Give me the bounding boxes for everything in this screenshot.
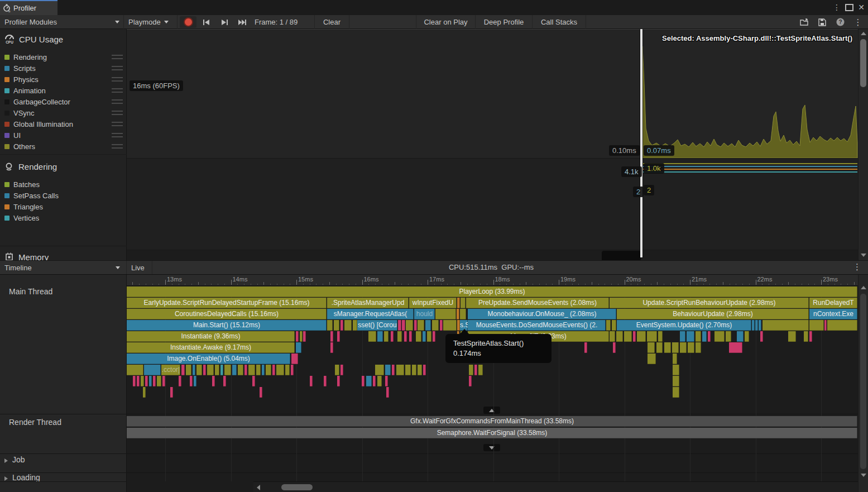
flame-bar[interactable] bbox=[647, 331, 657, 342]
flame-bar[interactable] bbox=[584, 342, 587, 353]
flame-bar[interactable] bbox=[220, 365, 223, 375]
flame-bar[interactable] bbox=[427, 331, 431, 342]
flame-bar[interactable] bbox=[330, 342, 333, 353]
flame-bar[interactable]: RunDelayedT bbox=[809, 298, 857, 308]
scrollbar-thumb[interactable] bbox=[860, 39, 866, 87]
flame-bar[interactable] bbox=[656, 342, 663, 353]
flame-bar[interactable] bbox=[181, 365, 185, 375]
save-profile-button[interactable] bbox=[815, 16, 829, 28]
flame-bar[interactable]: nContext.Exe bbox=[809, 309, 857, 319]
flame-bar[interactable] bbox=[291, 365, 294, 375]
legend-item-vertices[interactable]: Vertices bbox=[4, 212, 123, 223]
flame-bar[interactable] bbox=[673, 376, 679, 386]
time-ruler[interactable]: 13ms14ms15ms16ms17ms18ms19ms20ms21ms22ms… bbox=[127, 275, 858, 286]
module-header-render[interactable]: Rendering bbox=[4, 160, 57, 173]
tab-profiler[interactable]: q Profiler bbox=[0, 0, 57, 15]
flame-bar[interactable] bbox=[244, 365, 247, 375]
timeline-menu-icon[interactable]: ⋮ bbox=[853, 262, 861, 272]
flame-bar[interactable] bbox=[391, 331, 394, 342]
legend-item-vsync[interactable]: VSync bbox=[4, 107, 123, 118]
flame-bar[interactable] bbox=[385, 365, 391, 375]
scroll-up-icon[interactable] bbox=[861, 286, 866, 289]
legend-item-others[interactable]: Others bbox=[4, 141, 123, 152]
view-mode-dropdown[interactable]: Timeline bbox=[0, 261, 127, 274]
flame-bar[interactable] bbox=[418, 365, 422, 375]
flame-bar[interactable] bbox=[673, 354, 677, 364]
maximize-icon[interactable] bbox=[844, 2, 854, 12]
flame-bar[interactable] bbox=[384, 331, 389, 342]
flame-bar[interactable] bbox=[702, 331, 707, 342]
flame-bar[interactable] bbox=[223, 376, 226, 386]
flame-bar[interactable] bbox=[469, 365, 473, 375]
flame-bar[interactable] bbox=[215, 365, 219, 375]
flame-bar[interactable] bbox=[366, 376, 372, 386]
flame-bar[interactable] bbox=[827, 320, 857, 331]
record-button[interactable] bbox=[180, 16, 196, 28]
flame-bar[interactable] bbox=[460, 309, 466, 319]
flame-bar[interactable] bbox=[260, 387, 262, 398]
flame-bar[interactable] bbox=[824, 320, 827, 331]
legend-item-physics[interactable]: Physics bbox=[4, 74, 123, 85]
drag-handle-icon[interactable] bbox=[112, 88, 123, 93]
flame-bar[interactable] bbox=[396, 365, 404, 375]
flame-bar[interactable] bbox=[377, 331, 383, 342]
flame-bar[interactable] bbox=[726, 331, 731, 342]
flame-bar[interactable]: Instantiate (9.36ms) bbox=[127, 331, 295, 342]
flame-bar[interactable] bbox=[386, 387, 389, 398]
flame-bar[interactable] bbox=[612, 320, 616, 331]
flame-bar[interactable] bbox=[648, 342, 655, 353]
memory-chart-strip[interactable] bbox=[127, 250, 858, 260]
flame-bar[interactable] bbox=[392, 365, 395, 375]
flame-bar[interactable] bbox=[334, 320, 339, 331]
legend-item-scripts[interactable]: Scripts bbox=[4, 63, 123, 74]
flame-bar[interactable]: sset() [Corou bbox=[357, 320, 397, 331]
flame-bar[interactable] bbox=[729, 342, 742, 353]
flame-bar[interactable] bbox=[745, 331, 749, 342]
collapse-up-button[interactable] bbox=[483, 407, 500, 414]
flame-bar[interactable]: sManager.RequestAtlas( bbox=[327, 309, 414, 319]
legend-item-animation[interactable]: Animation bbox=[4, 85, 123, 96]
flame-bar[interactable] bbox=[186, 365, 191, 375]
flame-bar[interactable]: Image.OnEnable() (5.04ms) bbox=[127, 354, 290, 364]
flame-bar[interactable] bbox=[409, 331, 412, 342]
toolbar-menu-icon[interactable]: ⋮ bbox=[851, 16, 865, 28]
flame-bar[interactable] bbox=[402, 320, 405, 331]
chart-area[interactable]: 16ms (60FPS) Selected: Assembly-CSharp.d… bbox=[127, 29, 858, 260]
flame-bar[interactable] bbox=[353, 320, 357, 331]
flame-bar[interactable] bbox=[310, 376, 313, 386]
flame-bar[interactable] bbox=[196, 365, 202, 375]
selected-frame-line[interactable] bbox=[640, 29, 642, 257]
flame-bar[interactable] bbox=[606, 320, 611, 331]
job-thread-label[interactable]: Job bbox=[12, 455, 25, 464]
flame-bar[interactable] bbox=[143, 387, 146, 398]
flame-bar[interactable]: Instantiate.Awake (9.17ms) bbox=[127, 342, 295, 353]
flame-bar[interactable] bbox=[272, 365, 275, 375]
flame-bar[interactable] bbox=[425, 320, 431, 331]
scrollbar-thumb[interactable] bbox=[281, 484, 313, 490]
job-expand-icon[interactable] bbox=[4, 458, 8, 463]
flame-bar[interactable] bbox=[248, 365, 255, 375]
help-button[interactable]: ? bbox=[833, 16, 847, 28]
cpu-usage-chart[interactable]: 16ms (60FPS) Selected: Assembly-CSharp.d… bbox=[127, 29, 858, 158]
legend-item-setpass-calls[interactable]: SetPass Calls bbox=[4, 190, 123, 201]
flame-bar[interactable] bbox=[737, 331, 744, 342]
flame-bar[interactable]: EventSystem.Update() (2.70ms) bbox=[617, 320, 751, 331]
scroll-up-icon[interactable] bbox=[861, 32, 866, 35]
flame-bar[interactable] bbox=[680, 342, 687, 353]
prev-frame-button[interactable] bbox=[199, 16, 214, 28]
loading-expand-icon[interactable] bbox=[4, 476, 8, 481]
flame-bar[interactable] bbox=[193, 365, 195, 375]
flame-bar[interactable] bbox=[637, 331, 646, 342]
flame-bar[interactable]: .cctor| bbox=[161, 365, 180, 375]
flame-bar[interactable] bbox=[809, 331, 812, 342]
last-frame-button[interactable] bbox=[234, 16, 250, 28]
flame-bar[interactable] bbox=[443, 320, 457, 331]
flame-bar[interactable] bbox=[232, 365, 237, 375]
flame-bar[interactable] bbox=[266, 365, 271, 375]
flame-bar[interactable] bbox=[373, 376, 376, 386]
timeline-flame-graph[interactable]: 13ms14ms15ms16ms17ms18ms19ms20ms21ms22ms… bbox=[127, 275, 858, 492]
flame-bar[interactable] bbox=[377, 376, 382, 386]
scroll-down-icon[interactable] bbox=[861, 254, 866, 257]
flame-bar[interactable] bbox=[469, 376, 472, 386]
flame-bar[interactable] bbox=[330, 331, 333, 342]
